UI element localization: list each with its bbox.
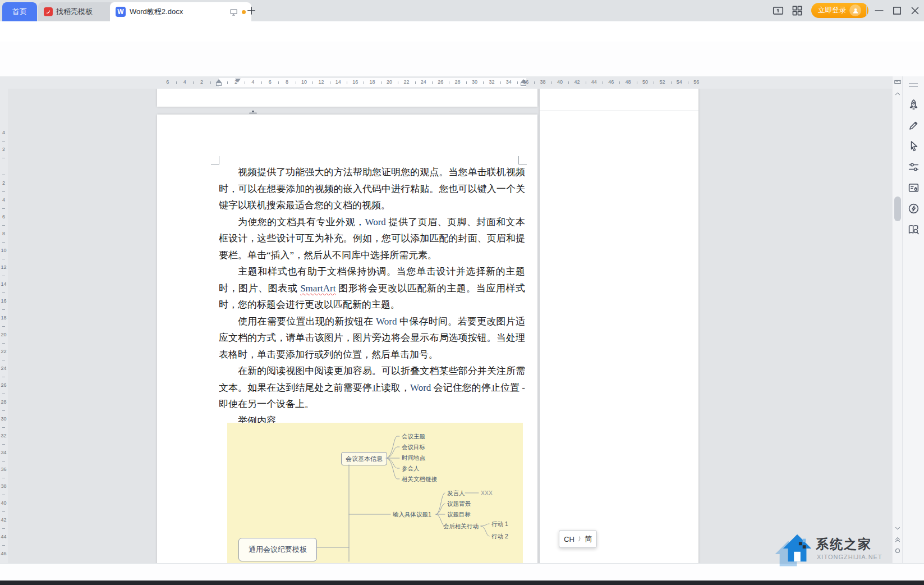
ime-script-label: 简 bbox=[585, 534, 592, 544]
close-button[interactable] bbox=[909, 4, 921, 17]
right-sidebar bbox=[902, 76, 924, 563]
ruler-tick bbox=[347, 81, 347, 84]
mindmap-root-label: 通用会议纪要模板 bbox=[249, 545, 307, 555]
ruler-tick bbox=[312, 81, 313, 84]
word-file-icon: W bbox=[116, 7, 126, 17]
mindmap-leaf[interactable]: 会后相关行动 bbox=[443, 523, 479, 531]
ruler-number: 12 bbox=[0, 264, 7, 270]
ruler-tick bbox=[2, 545, 5, 546]
paragraph[interactable]: 视频提供了功能强大的方法帮助您证明您的观点。当您单击联机视频时，可以在想要添加的… bbox=[219, 164, 525, 214]
previous-page[interactable] bbox=[157, 89, 537, 107]
mindmap-leaf[interactable]: 行动 2 bbox=[491, 533, 508, 541]
ruler-number: 26 bbox=[0, 382, 7, 388]
margin-corner-mark bbox=[518, 156, 527, 164]
mindmap-leaf[interactable]: 时间地点 bbox=[402, 454, 425, 462]
mindmap-node-topic1[interactable]: 输入具体议题1 bbox=[393, 511, 431, 519]
window-list-icon[interactable] bbox=[772, 4, 784, 17]
ruler-tick bbox=[296, 81, 296, 84]
tab-document[interactable]: W Word教程2.docx bbox=[110, 2, 251, 21]
sidebar-hot-card-icon[interactable] bbox=[908, 182, 920, 194]
ruler-number: 24 bbox=[0, 365, 7, 371]
ruler-tick bbox=[2, 478, 5, 478]
ruler-number: 50 bbox=[642, 79, 648, 85]
sidebar-book-search-icon[interactable] bbox=[908, 223, 920, 235]
ruler-tick bbox=[2, 495, 5, 495]
scroll-up-icon[interactable] bbox=[894, 90, 902, 98]
document-text[interactable]: 视频提供了功能强大的方法帮助您证明您的观点。当您单击联机视频时，可以在想要添加的… bbox=[219, 164, 525, 429]
vertical-ruler[interactable]: 4224681012141618202224262830323436384042… bbox=[0, 89, 8, 563]
minimize-button[interactable] bbox=[873, 4, 885, 17]
mindmap-image[interactable]: 会议基本信息 会议主题 会议目标 时间地点 参会人 相关文档链接 通用会议纪要模… bbox=[227, 423, 523, 563]
sidebar-pen-icon[interactable] bbox=[908, 120, 920, 131]
ruler-number: 2 bbox=[235, 79, 237, 85]
tab-docer-template[interactable]: 找稻壳模板 bbox=[38, 2, 114, 21]
ruler-tick bbox=[2, 511, 5, 512]
tab-home[interactable]: 首页 bbox=[2, 2, 37, 21]
docer-logo-icon bbox=[44, 7, 53, 16]
ruler-tick bbox=[483, 81, 484, 84]
new-tab-button[interactable] bbox=[246, 5, 257, 16]
ruler-tick bbox=[2, 343, 5, 344]
titlebar: 首页 找稻壳模板 W Word教程2.docx 立即登录 bbox=[0, 0, 924, 21]
ruler-number: 4 bbox=[251, 79, 254, 85]
paragraph[interactable]: 为使您的文档具有专业外观，Word 提供了页眉、页脚、封面和文本框设计，这些设计… bbox=[219, 214, 525, 264]
mindmap-node-basic-info[interactable]: 会议基本信息 bbox=[341, 452, 387, 465]
vertical-scrollbar[interactable] bbox=[892, 76, 903, 563]
ruler-tick bbox=[278, 81, 279, 84]
ruler-toggle-icon[interactable] bbox=[894, 78, 902, 86]
paragraph[interactable]: 使用在需要位置出现的新按钮在 Word 中保存时间。若要更改图片适应文档的方式，… bbox=[219, 313, 525, 363]
ruler-number: 36 bbox=[523, 79, 528, 85]
ruler-number: 24 bbox=[421, 79, 426, 85]
mindmap-leaf[interactable]: 议题目标 bbox=[447, 511, 471, 519]
adjacent-page[interactable] bbox=[540, 89, 698, 563]
ruler-number: 42 bbox=[0, 517, 7, 523]
ruler-number: 34 bbox=[0, 450, 7, 455]
mindmap-root[interactable]: 通用会议纪要模板 bbox=[238, 538, 317, 561]
screen-share-icon[interactable] bbox=[229, 8, 238, 16]
watermark-name: 系统之家 bbox=[816, 536, 872, 553]
page[interactable]: 视频提供了功能强大的方法帮助您证明您的观点。当您单击联机视频时，可以在想要添加的… bbox=[157, 115, 537, 563]
ime-pen-icon bbox=[577, 535, 582, 543]
paragraph[interactable]: 在新的阅读视图中阅读更加容易。可以折叠文档某些部分并关注所需文本。如果在达到结尾… bbox=[219, 363, 525, 413]
sidebar-handle[interactable] bbox=[909, 86, 918, 87]
ruler-tick bbox=[261, 81, 262, 84]
sidebar-lightning-icon[interactable] bbox=[908, 203, 920, 214]
sidebar-cursor-icon[interactable] bbox=[908, 140, 920, 152]
sidebar-handle[interactable] bbox=[909, 83, 918, 84]
mindmap-leaf[interactable]: 行动 1 bbox=[491, 520, 508, 528]
ruler-tick bbox=[2, 208, 5, 209]
document-canvas[interactable]: 视频提供了功能强大的方法帮助您证明您的观点。当您单击联机视频时，可以在想要添加的… bbox=[8, 89, 892, 563]
horizontal-ruler[interactable]: 6422468101214161820222426283032343638404… bbox=[8, 76, 892, 89]
ruler-tick bbox=[432, 81, 433, 84]
ruler-number: 40 bbox=[0, 500, 7, 506]
mindmap-leaf[interactable]: 议题背景 bbox=[447, 500, 471, 508]
mindmap-leaf[interactable]: 会议目标 bbox=[402, 444, 425, 451]
ruler-number: 18 bbox=[370, 79, 375, 85]
mindmap-leaf[interactable]: 相关文档链接 bbox=[402, 476, 437, 483]
scrollbar-thumb[interactable] bbox=[894, 196, 901, 221]
ruler-number: 6 bbox=[0, 214, 7, 220]
ruler-number: 4 bbox=[0, 130, 7, 135]
ruler-number: 6 bbox=[166, 79, 169, 85]
menubar: 文件 开始 插入 页面布局 引用 审阅 视图 章节 开发工具 会员专享 查找命令… bbox=[0, 21, 924, 42]
mindmap-leaf-value[interactable]: XXX bbox=[481, 490, 493, 496]
latin-text: SmartArt bbox=[300, 283, 335, 294]
ruler-number: 28 bbox=[0, 399, 7, 405]
sidebar-sliders-icon[interactable] bbox=[908, 161, 920, 173]
ruler-tick bbox=[210, 81, 211, 84]
sidebar-rocket-icon[interactable] bbox=[908, 99, 920, 111]
ruler-tick bbox=[381, 81, 381, 84]
maximize-button[interactable] bbox=[891, 4, 903, 17]
left-indent-marker[interactable] bbox=[216, 83, 222, 86]
ruler-number: 2 bbox=[200, 79, 203, 85]
window-grid-icon[interactable] bbox=[791, 4, 803, 17]
adjacent-page-break bbox=[540, 111, 698, 111]
ime-indicator[interactable]: CH 简 bbox=[559, 530, 597, 548]
ruler-number: 46 bbox=[0, 551, 7, 556]
mindmap-leaf[interactable]: 发言人 bbox=[447, 490, 465, 497]
paragraph[interactable]: 主题和样式也有助于文档保持协调。当您单击设计并选择新的主题时，图片、图表或 Sm… bbox=[219, 263, 525, 313]
login-button[interactable]: 立即登录 bbox=[811, 3, 868, 18]
ruler-tick bbox=[2, 242, 5, 243]
mindmap-leaf[interactable]: 参会人 bbox=[402, 465, 420, 473]
mindmap-leaf[interactable]: 会议主题 bbox=[402, 433, 425, 441]
